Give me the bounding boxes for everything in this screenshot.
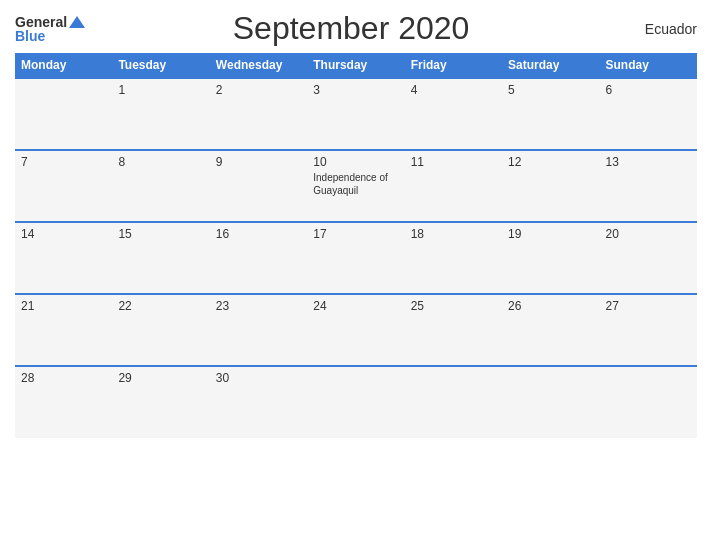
header-monday: Monday [15,53,112,78]
day-number: 1 [118,83,203,97]
calendar-cell: 26 [502,294,599,366]
day-number: 27 [606,299,691,313]
calendar-cell: 17 [307,222,404,294]
calendar-cell: 19 [502,222,599,294]
logo: General Blue [15,15,85,43]
calendar-header: General Blue September 2020 Ecuador [15,10,697,47]
calendar-table: Monday Tuesday Wednesday Thursday Friday… [15,53,697,438]
calendar-cell: 16 [210,222,307,294]
day-number: 19 [508,227,593,241]
day-number: 2 [216,83,301,97]
calendar-week-row: 14151617181920 [15,222,697,294]
header-thursday: Thursday [307,53,404,78]
calendar-cell: 9 [210,150,307,222]
calendar-cell: 5 [502,78,599,150]
calendar-cell: 22 [112,294,209,366]
header-saturday: Saturday [502,53,599,78]
event-label: Independence of Guayaquil [313,171,398,197]
header-sunday: Sunday [600,53,697,78]
day-number: 6 [606,83,691,97]
calendar-cell: 12 [502,150,599,222]
day-number: 21 [21,299,106,313]
header-tuesday: Tuesday [112,53,209,78]
day-number: 28 [21,371,106,385]
calendar-cell [307,366,404,438]
header-wednesday: Wednesday [210,53,307,78]
day-number: 13 [606,155,691,169]
calendar-cell: 30 [210,366,307,438]
day-number: 4 [411,83,496,97]
day-number: 16 [216,227,301,241]
country-label: Ecuador [617,21,697,37]
day-number: 17 [313,227,398,241]
calendar-cell: 25 [405,294,502,366]
calendar-cell: 7 [15,150,112,222]
day-number: 26 [508,299,593,313]
day-number: 9 [216,155,301,169]
day-number: 23 [216,299,301,313]
day-number: 29 [118,371,203,385]
logo-triangle-icon [69,16,85,28]
calendar-cell: 18 [405,222,502,294]
day-number: 20 [606,227,691,241]
calendar-cell: 4 [405,78,502,150]
calendar-cell: 27 [600,294,697,366]
calendar-cell [502,366,599,438]
calendar-week-row: 123456 [15,78,697,150]
calendar-week-row: 21222324252627 [15,294,697,366]
calendar-cell: 28 [15,366,112,438]
day-number: 22 [118,299,203,313]
calendar-cell: 23 [210,294,307,366]
calendar-cell: 14 [15,222,112,294]
calendar-cell: 29 [112,366,209,438]
day-number: 12 [508,155,593,169]
day-number: 10 [313,155,398,169]
day-number: 15 [118,227,203,241]
logo-blue-text: Blue [15,29,45,43]
calendar-cell: 6 [600,78,697,150]
logo-general-text: General [15,15,67,29]
day-number: 14 [21,227,106,241]
day-number: 30 [216,371,301,385]
day-number: 5 [508,83,593,97]
month-title: September 2020 [85,10,617,47]
day-number: 3 [313,83,398,97]
day-number: 8 [118,155,203,169]
calendar-cell: 10Independence of Guayaquil [307,150,404,222]
calendar-cell: 3 [307,78,404,150]
header-friday: Friday [405,53,502,78]
calendar-cell: 20 [600,222,697,294]
calendar-cell: 21 [15,294,112,366]
calendar-week-row: 282930 [15,366,697,438]
calendar-container: General Blue September 2020 Ecuador Mond… [0,0,712,550]
calendar-cell: 8 [112,150,209,222]
day-number: 18 [411,227,496,241]
day-number: 25 [411,299,496,313]
calendar-cell [15,78,112,150]
calendar-cell [600,366,697,438]
calendar-cell: 2 [210,78,307,150]
weekday-header-row: Monday Tuesday Wednesday Thursday Friday… [15,53,697,78]
calendar-cell: 1 [112,78,209,150]
calendar-cell: 11 [405,150,502,222]
calendar-week-row: 78910Independence of Guayaquil111213 [15,150,697,222]
day-number: 7 [21,155,106,169]
day-number: 24 [313,299,398,313]
calendar-cell: 15 [112,222,209,294]
calendar-cell: 13 [600,150,697,222]
day-number: 11 [411,155,496,169]
calendar-cell [405,366,502,438]
calendar-cell: 24 [307,294,404,366]
